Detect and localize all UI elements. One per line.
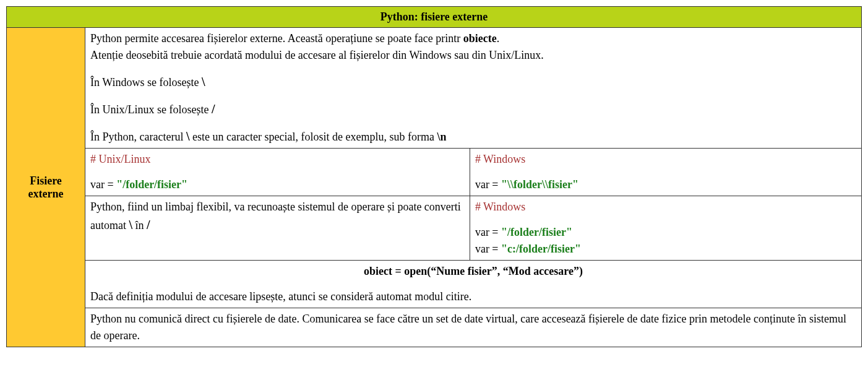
side-label: Fisiere externe [7,28,85,347]
open-syntax-code: obiect = open(“Nume fisier”, “Mod accesa… [90,263,856,280]
windows-sep-b: \ [202,75,205,89]
code-windows-cell: # Windows var = "\\folder\\fisier" [470,149,861,196]
attention-text: Atenție deosebită trebuie acordată modul… [90,49,544,61]
python-escape-c: este un caracter special, folosit de exe… [190,131,437,143]
python-escape-d: \n [437,131,446,143]
intro-text-c: . [497,32,500,45]
unix-comment: # Unix/Linux [90,153,151,165]
intro-text-a: Python permite accesarea fișierelor exte… [90,32,463,45]
lesson-table: Python: fisiere externe Fisiere externe … [6,6,862,347]
unix-sep-a: În Unix/Linux se folosește [90,103,212,116]
python-escape-a: În Python, caracterul [90,131,186,143]
open-syntax-cell: obiect = open(“Nume fisier”, “Mod accesa… [85,261,862,308]
windows-var3-prefix: var = [475,243,501,255]
open-syntax-note: Dacă definiția modului de accesare lipse… [90,290,471,303]
unix-var-string: "/folder/fisier" [116,178,187,191]
auto-convert-d: / [147,218,150,231]
unix-sep-b: / [212,102,215,116]
windows-var-string: "\\folder\\fisier" [501,178,578,191]
windows-comment: # Windows [475,153,525,165]
windows-comment-2: # Windows [475,201,525,213]
windows-sep-a: În Windows se folosește [90,76,202,89]
side-label-line1: Fisiere [30,175,62,187]
code-unix-cell: # Unix/Linux var = "/folder/fisier" [85,149,470,196]
auto-convert-cell: Python, fiind un limbaj flexibil, va rec… [85,196,470,261]
auto-convert-c: în [132,219,147,231]
table-header: Python: fisiere externe [7,7,862,28]
side-label-line2: externe [28,188,64,200]
code-windows-cell-2: # Windows var = "/folder/fisier" var = "… [470,196,861,261]
intro-cell: Python permite accesarea fișierelor exte… [85,28,862,149]
virtual-set-text: Python nu comunică direct cu fișierele d… [90,313,846,342]
windows-var2-string: "/folder/fisier" [501,226,572,238]
windows-var-prefix: var = [475,178,501,191]
virtual-set-cell: Python nu comunică direct cu fișierele d… [85,308,862,347]
windows-var3-string: "c:/folder/fisier" [501,243,581,255]
intro-text-b: obiecte [463,32,497,45]
windows-var2-prefix: var = [475,226,501,238]
unix-var-prefix: var = [90,178,116,191]
